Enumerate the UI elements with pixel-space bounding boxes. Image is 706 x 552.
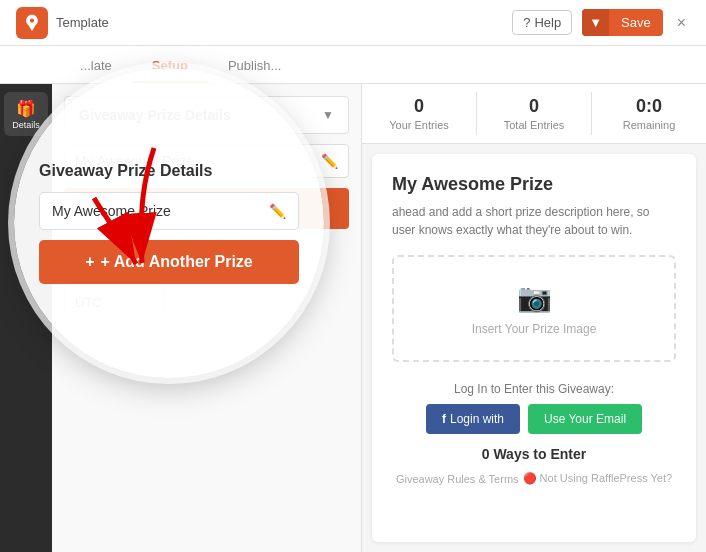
logo-icon [16, 7, 48, 39]
stat-total-entries: 0 Total Entries [477, 92, 592, 135]
fb-icon: f [442, 412, 446, 426]
remaining-label: Remaining [592, 119, 706, 131]
stats-bar: 0 Your Entries 0 Total Entries 0:0 Remai… [362, 84, 706, 144]
footer-links: Giveaway Rules & Terms 🔴 Not Using Raffl… [392, 472, 676, 485]
top-bar-left: Template [16, 7, 109, 39]
stat-remaining: 0:0 Remaining [592, 92, 706, 135]
edit-icon[interactable]: ✏️ [321, 153, 338, 169]
tab-publish[interactable]: Publish... [208, 50, 301, 83]
camera-icon: 📷 [517, 281, 552, 314]
right-panel: 0 Your Entries 0 Total Entries 0:0 Remai… [362, 84, 706, 552]
top-bar-right: ? Help ▼ Save × [512, 9, 690, 36]
save-label: Save [609, 9, 663, 36]
save-chevron: ▼ [582, 9, 609, 36]
login-label: Log In to Enter this Giveaway: [392, 382, 676, 396]
time-section-title: ...t and End Time [64, 245, 349, 261]
timezone-input[interactable]: UTC [64, 287, 164, 318]
tab-template[interactable]: ...late [60, 50, 132, 83]
help-button[interactable]: ? Help [512, 10, 572, 35]
add-prize-label: + Add Another Prize [143, 200, 286, 217]
tab-setup[interactable]: Setup [132, 50, 208, 83]
prize-image-placeholder[interactable]: 📷 Insert Your Prize Image [392, 255, 676, 362]
total-entries-label: Total Entries [477, 119, 591, 131]
email-login-button[interactable]: Use Your Email [528, 404, 642, 434]
sidebar-item-label: Details [12, 120, 40, 130]
gift-icon: 🎁 [16, 99, 36, 118]
your-entries-number: 0 [362, 96, 476, 117]
left-panel: Giveaway Prize Details ▼ My Awesome Priz… [52, 84, 362, 552]
prize-input-row: My Awesome Prize ✏️ [64, 144, 349, 178]
login-buttons: f Login with Use Your Email [392, 404, 676, 434]
add-prize-button[interactable]: + + Add Another Prize [64, 188, 349, 229]
footer-badge: 🔴 Not Using RafflePress Yet? [523, 472, 673, 485]
preview-description: ahead and add a short prize description … [392, 203, 676, 239]
facebook-login-button[interactable]: f Login with [426, 404, 520, 434]
top-bar: Template ? Help ▼ Save × [0, 0, 706, 46]
your-entries-label: Your Entries [362, 119, 476, 131]
close-button[interactable]: × [673, 10, 690, 36]
remaining-number: 0:0 [592, 96, 706, 117]
login-area: Log In to Enter this Giveaway: f Login w… [392, 382, 676, 434]
section-title: Giveaway Prize Details [79, 107, 231, 123]
preview-title: My Awesome Prize [392, 174, 676, 195]
ways-to-enter: 0 Ways to Enter [392, 446, 676, 462]
image-placeholder-label: Insert Your Prize Image [472, 322, 597, 336]
time-section: ...t and End Time Ti... UTC [64, 245, 349, 318]
chevron-down-icon: ▼ [322, 108, 334, 122]
timezone-label: Ti... [64, 269, 349, 283]
plus-icon: + [128, 200, 137, 217]
stat-your-entries: 0 Your Entries [362, 92, 477, 135]
save-button[interactable]: ▼ Save [582, 9, 663, 36]
total-entries-number: 0 [477, 96, 591, 117]
prize-name-text: My Awesome Prize [75, 153, 321, 169]
sidebar-item-details[interactable]: 🎁 Details [4, 92, 48, 136]
sidebar: 🎁 Details [0, 84, 52, 552]
footer-rules-text[interactable]: Giveaway Rules & Terms [396, 473, 519, 485]
section-header[interactable]: Giveaway Prize Details ▼ [64, 96, 349, 134]
template-label: Template [56, 15, 109, 30]
question-icon: ? [523, 15, 530, 30]
tabs-bar: ...late Setup Publish... [0, 46, 706, 84]
main-layout: 🎁 Details Giveaway Prize Details ▼ My Aw… [0, 84, 706, 552]
preview-content: My Awesome Prize ahead and add a short p… [372, 154, 696, 542]
fb-login-label: Login with [450, 412, 504, 426]
